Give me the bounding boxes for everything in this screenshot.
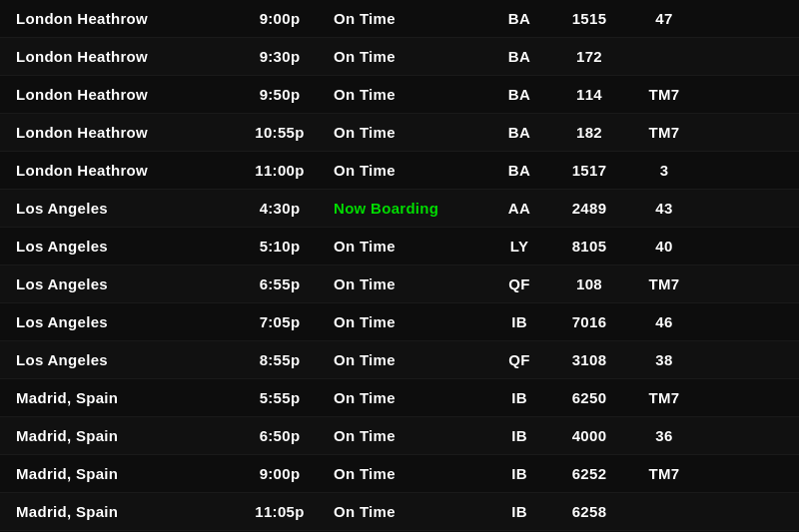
table-row: London Heathrow 9:50p On Time BA 114 TM7 — [0, 76, 799, 114]
flight-time: 11:05p — [230, 503, 330, 520]
flight-destination: London Heathrow — [10, 124, 230, 141]
flight-time: 5:55p — [230, 389, 330, 406]
flight-gate: TM7 — [629, 275, 699, 292]
table-row: Madrid, Spain 5:55p On Time IB 6250 TM7 — [0, 379, 799, 417]
flight-time: 10:55p — [230, 124, 330, 141]
flight-number: 3108 — [549, 351, 629, 368]
flight-number: 108 — [549, 275, 629, 292]
flight-airline: IB — [489, 503, 549, 520]
flight-time: 11:00p — [230, 162, 330, 179]
flight-status: On Time — [330, 465, 489, 482]
flight-number: 6258 — [549, 503, 629, 520]
flight-number: 4000 — [549, 427, 629, 444]
flight-gate: 3 — [629, 162, 699, 179]
flight-number: 1517 — [549, 162, 629, 179]
flight-gate: 36 — [629, 427, 699, 444]
table-row: London Heathrow 11:00p On Time BA 1517 3 — [0, 152, 799, 190]
flight-status: On Time — [330, 503, 489, 520]
flight-time: 9:30p — [230, 48, 330, 65]
table-row: Los Angeles 4:30p Now Boarding AA 2489 4… — [0, 190, 799, 228]
table-row: London Heathrow 9:00p On Time BA 1515 47 — [0, 0, 799, 38]
flight-airline: IB — [489, 389, 549, 406]
flight-airline: IB — [489, 313, 549, 330]
flight-time: 8:55p — [230, 351, 330, 368]
table-row: Los Angeles 7:05p On Time IB 7016 46 — [0, 303, 799, 341]
flight-time: 5:10p — [230, 238, 330, 255]
flight-number: 8105 — [549, 238, 629, 255]
flight-destination: Los Angeles — [10, 351, 230, 368]
flight-status: Now Boarding — [330, 200, 489, 217]
flight-number: 7016 — [549, 313, 629, 330]
table-row: London Heathrow 9:30p On Time BA 172 — [0, 38, 799, 76]
flight-destination: Los Angeles — [10, 200, 230, 217]
flight-destination: Madrid, Spain — [10, 389, 230, 406]
flight-status: On Time — [330, 162, 489, 179]
flight-time: 7:05p — [230, 313, 330, 330]
flight-time: 9:00p — [230, 465, 330, 482]
flight-gate: 47 — [629, 10, 699, 27]
flight-airline: BA — [489, 162, 549, 179]
flight-gate: 43 — [629, 200, 699, 217]
flight-destination: London Heathrow — [10, 86, 230, 103]
flight-gate: TM7 — [629, 465, 699, 482]
flight-gate: TM7 — [629, 86, 699, 103]
flight-status: On Time — [330, 389, 489, 406]
flight-number: 182 — [549, 124, 629, 141]
flight-status: On Time — [330, 427, 489, 444]
flight-airline: QF — [489, 275, 549, 292]
flight-time: 4:30p — [230, 200, 330, 217]
flight-destination: London Heathrow — [10, 48, 230, 65]
flight-status: On Time — [330, 313, 489, 330]
table-row: Madrid, Spain 6:50p On Time IB 4000 36 — [0, 417, 799, 455]
flight-number: 114 — [549, 86, 629, 103]
flight-destination: Madrid, Spain — [10, 427, 230, 444]
flight-destination: London Heathrow — [10, 10, 230, 27]
flight-time: 6:55p — [230, 275, 330, 292]
flight-airline: IB — [489, 465, 549, 482]
flight-status: On Time — [330, 238, 489, 255]
flight-gate: 38 — [629, 351, 699, 368]
flight-status: On Time — [330, 124, 489, 141]
flight-airline: BA — [489, 10, 549, 27]
flight-gate: TM7 — [629, 124, 699, 141]
flight-destination: Los Angeles — [10, 313, 230, 330]
flight-destination: Madrid, Spain — [10, 465, 230, 482]
flight-destination: London Heathrow — [10, 162, 230, 179]
flight-airline: BA — [489, 124, 549, 141]
table-row: London Heathrow 10:55p On Time BA 182 TM… — [0, 114, 799, 152]
flight-airline: BA — [489, 48, 549, 65]
flight-time: 6:50p — [230, 427, 330, 444]
flight-status: On Time — [330, 275, 489, 292]
table-row: Los Angeles 6:55p On Time QF 108 TM7 — [0, 266, 799, 303]
flight-airline: IB — [489, 427, 549, 444]
flight-time: 9:00p — [230, 10, 330, 27]
departures-board: London Heathrow 9:00p On Time BA 1515 47… — [0, 0, 799, 532]
flight-airline: QF — [489, 351, 549, 368]
table-row: Los Angeles 8:55p On Time QF 3108 38 — [0, 341, 799, 379]
flight-gate: 46 — [629, 313, 699, 330]
flight-number: 1515 — [549, 10, 629, 27]
flight-destination: Los Angeles — [10, 238, 230, 255]
flight-airline: LY — [489, 238, 549, 255]
flight-destination: Madrid, Spain — [10, 503, 230, 520]
flight-airline: AA — [489, 200, 549, 217]
flight-status: On Time — [330, 86, 489, 103]
table-row: Los Angeles 5:10p On Time LY 8105 40 — [0, 228, 799, 266]
flight-time: 9:50p — [230, 86, 330, 103]
flight-destination: Los Angeles — [10, 275, 230, 292]
flight-number: 6250 — [549, 389, 629, 406]
flight-gate: TM7 — [629, 389, 699, 406]
flight-gate: 40 — [629, 238, 699, 255]
table-row: Madrid, Spain 9:00p On Time IB 6252 TM7 — [0, 455, 799, 493]
flight-status: On Time — [330, 48, 489, 65]
flight-status: On Time — [330, 351, 489, 368]
flight-status: On Time — [330, 10, 489, 27]
flight-number: 6252 — [549, 465, 629, 482]
flight-number: 172 — [549, 48, 629, 65]
table-row: Madrid, Spain 11:05p On Time IB 6258 — [0, 493, 799, 531]
flight-number: 2489 — [549, 200, 629, 217]
flight-airline: BA — [489, 86, 549, 103]
